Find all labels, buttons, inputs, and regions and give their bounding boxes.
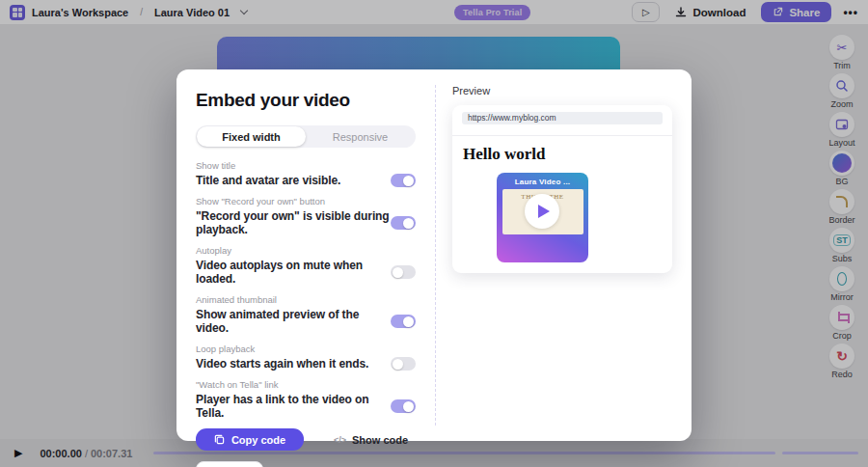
embed-options-list: Show title Title and avatar are visible.… <box>196 160 416 420</box>
record-your-own-toggle[interactable] <box>391 216 416 230</box>
copy-icon <box>214 434 225 445</box>
tab-responsive[interactable]: Responsive <box>306 126 415 147</box>
autoplay-toggle[interactable] <box>391 265 416 279</box>
copy-code-button[interactable]: Copy code <box>196 428 304 451</box>
show-code-label: Show code <box>352 434 408 446</box>
modal-title: Embed your video <box>196 90 416 111</box>
browser-mockup: https://www.myblog.com Hello world Laura… <box>452 105 672 273</box>
option-animated-thumbnail: Animated thumbnail Show animated preview… <box>196 294 416 335</box>
option-record-your-own: Show "Record your own" button "Record yo… <box>196 196 416 236</box>
embedded-video-thumbnail[interactable]: Laura Video ... THIS IS THE I S S N <box>497 173 588 262</box>
option-autoplay: Autoplay Video autoplays on mute when lo… <box>196 245 416 286</box>
copy-code-label: Copy code <box>231 434 285 446</box>
play-triangle-icon <box>538 205 550 218</box>
tab-fixed-width[interactable]: Fixed width <box>197 126 306 147</box>
animated-thumbnail-toggle[interactable] <box>391 315 416 328</box>
code-icon: </> <box>334 435 346 445</box>
loop-playback-toggle[interactable] <box>391 357 416 371</box>
option-show-title: Show title Title and avatar are visible. <box>196 160 416 187</box>
url-bar: https://www.myblog.com <box>462 112 663 124</box>
blog-page-title: Hello world <box>463 145 672 164</box>
thumbnail-video-title: Laura Video ... <box>497 178 588 186</box>
show-title-toggle[interactable] <box>391 174 416 187</box>
embed-settings-panel: Embed your video Fixed width Responsive … <box>176 69 435 441</box>
watch-on-tella-toggle[interactable] <box>391 399 416 413</box>
option-loop-playback: Loop playback Video starts again when it… <box>196 343 416 371</box>
option-watch-on-tella: "Watch on Tella" link Player has a link … <box>196 379 416 420</box>
back-button[interactable]: ← Back <box>196 461 263 467</box>
show-code-button[interactable]: </> Show code <box>334 434 408 446</box>
thumbnail-play-button[interactable] <box>525 194 559 229</box>
embed-preview-panel: Preview https://www.myblog.com Hello wor… <box>436 69 692 441</box>
width-mode-tabs: Fixed width Responsive <box>196 125 416 148</box>
embed-video-modal: Embed your video Fixed width Responsive … <box>176 69 692 441</box>
preview-heading: Preview <box>452 85 672 96</box>
